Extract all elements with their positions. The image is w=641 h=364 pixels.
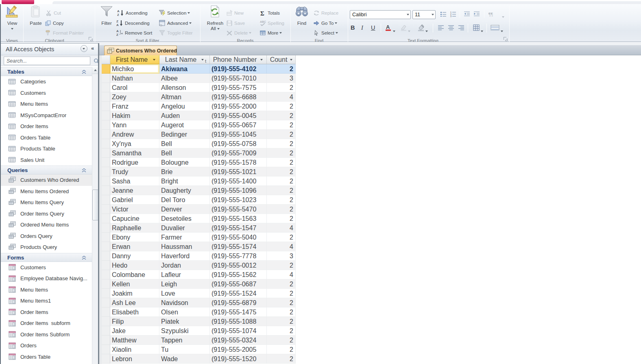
svg-text:Z: Z xyxy=(116,33,118,36)
svg-text:Σ: Σ xyxy=(260,10,264,16)
svg-text:Z: Z xyxy=(117,13,119,16)
svg-text:A: A xyxy=(116,29,119,33)
svg-text:Z: Z xyxy=(116,20,118,23)
svg-text:A: A xyxy=(116,23,119,26)
svg-text:A: A xyxy=(386,24,390,30)
svg-text:ABC: ABC xyxy=(260,20,266,23)
svg-text:A: A xyxy=(117,9,120,13)
svg-text:¶¶: ¶¶ xyxy=(488,11,493,17)
svg-text:3: 3 xyxy=(450,15,451,17)
